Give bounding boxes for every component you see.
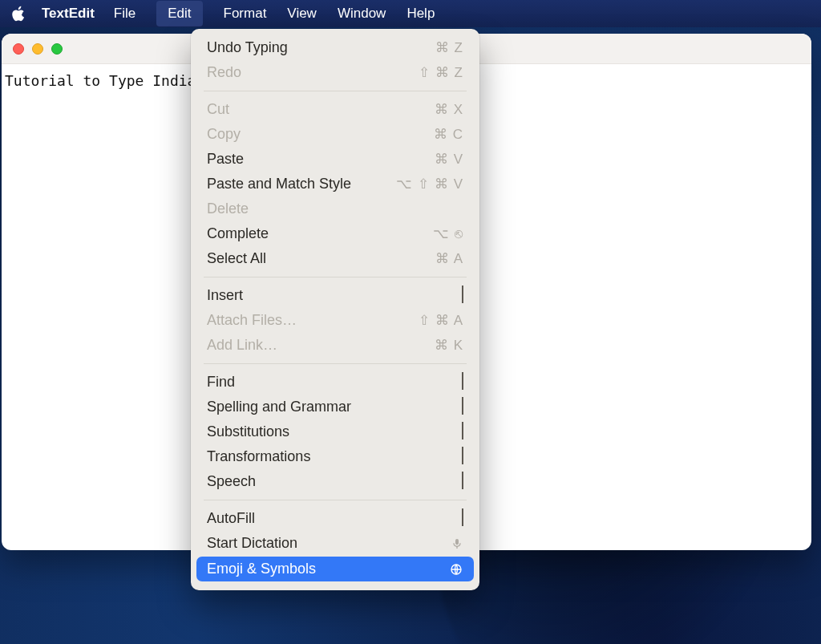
menuitem-transformations[interactable]: Transformations — [191, 444, 479, 469]
menuitem-delete: Delete — [191, 196, 479, 221]
edit-menu-dropdown: Undo Typing ⌘ Z Redo ⇧ ⌘ Z Cut ⌘ X Copy … — [191, 29, 479, 590]
menuitem-spelling[interactable]: Spelling and Grammar — [191, 395, 479, 419]
chevron-right-icon — [462, 448, 463, 465]
chevron-right-icon — [462, 510, 463, 527]
menuitem-redo: Redo ⇧ ⌘ Z — [191, 60, 479, 85]
menuitem-paste-match[interactable]: Paste and Match Style ⌥ ⇧ ⌘ V — [191, 172, 479, 196]
menubar: TextEdit File Edit Format View Window He… — [0, 0, 821, 27]
globe-icon — [449, 562, 463, 577]
menuitem-copy: Copy ⌘ C — [191, 122, 479, 147]
chevron-right-icon — [462, 399, 463, 415]
menuitem-speech[interactable]: Speech — [191, 469, 479, 494]
menu-view[interactable]: View — [287, 6, 317, 22]
separator — [204, 277, 467, 277]
microphone-icon — [451, 537, 463, 550]
separator — [204, 500, 467, 500]
apple-logo-icon[interactable] — [11, 6, 27, 22]
menu-edit[interactable]: Edit — [156, 1, 202, 26]
separator — [204, 91, 467, 91]
menuitem-paste[interactable]: Paste ⌘ V — [191, 147, 479, 172]
menuitem-find[interactable]: Find — [191, 370, 479, 395]
menuitem-emoji-symbols[interactable]: Emoji & Symbols — [196, 557, 474, 581]
menuitem-select-all[interactable]: Select All ⌘ A — [191, 246, 479, 271]
chevron-right-icon — [462, 374, 463, 391]
app-name[interactable]: TextEdit — [42, 6, 95, 22]
menuitem-complete[interactable]: Complete ⌥ ⎋ — [191, 221, 479, 246]
menuitem-insert[interactable]: Insert — [191, 283, 479, 308]
menuitem-substitutions[interactable]: Substitutions — [191, 419, 479, 444]
menu-format[interactable]: Format — [224, 6, 267, 22]
menu-help[interactable]: Help — [406, 6, 435, 22]
chevron-right-icon — [462, 287, 463, 304]
chevron-right-icon — [462, 473, 463, 490]
menu-file[interactable]: File — [114, 6, 135, 22]
menuitem-attach-files: Attach Files… ⇧ ⌘ A — [191, 308, 479, 333]
menuitem-autofill[interactable]: AutoFill — [191, 506, 479, 531]
chevron-right-icon — [462, 423, 463, 440]
menuitem-start-dictation[interactable]: Start Dictation — [191, 531, 479, 556]
separator — [204, 363, 467, 364]
menu-window[interactable]: Window — [338, 6, 386, 22]
menuitem-add-link: Add Link… ⌘ K — [191, 333, 479, 358]
menuitem-cut: Cut ⌘ X — [191, 97, 479, 122]
menuitem-undo[interactable]: Undo Typing ⌘ Z — [191, 35, 479, 60]
